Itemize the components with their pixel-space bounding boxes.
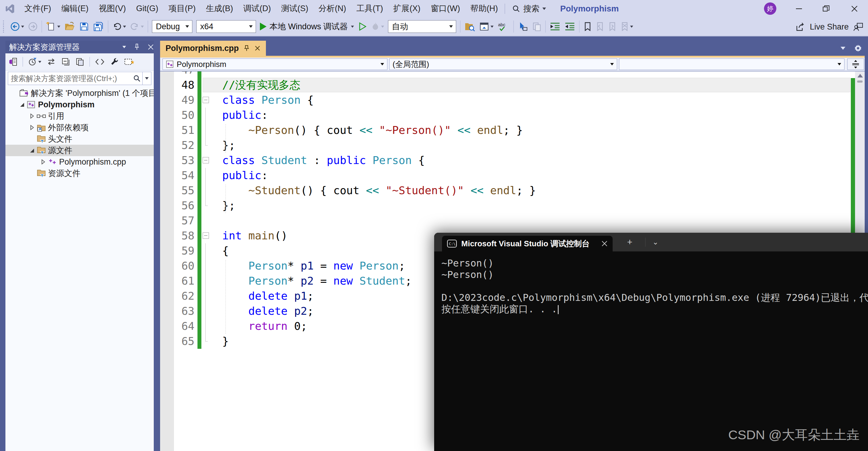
code-line-55[interactable]: 55 ~Student() { cout << "~Student()" << … [160,183,865,198]
toolbar-drag-handle[interactable] [3,21,6,33]
redo-button[interactable] [130,22,144,31]
expander-open-icon[interactable] [18,103,27,107]
solution-search[interactable]: 搜索解决方案资源管理器(Ctrl+;) [5,70,154,86]
code-line-52[interactable]: 52}; [160,138,865,153]
terminal-tab[interactable]: C:\ Microsoft Visual Studio 调试控制台 [442,236,613,251]
preview-selected-items-icon[interactable] [124,57,134,66]
pin-icon[interactable] [134,43,140,51]
document-tab[interactable]: Polymorphism.cpp [160,41,266,56]
pending-changes-filter-icon[interactable] [28,57,41,66]
increase-indent-button[interactable] [564,22,575,31]
find-in-files-button[interactable] [464,22,475,32]
terminal-dropdown-chevron-icon[interactable]: ⌄ [652,233,658,251]
tree-item-5[interactable]: 源文件 [5,145,154,156]
solution-explorer-header[interactable]: 解决方案资源管理器 [5,41,154,53]
expander-closed-icon[interactable] [39,159,48,165]
paste-button[interactable] [532,22,541,32]
menu-item-0[interactable]: 文件(F) [19,0,56,17]
expander-open-icon[interactable] [27,149,36,153]
close-panel-icon[interactable] [148,44,154,50]
menu-item-12[interactable]: 帮助(H) [465,0,503,17]
hot-reload-button[interactable] [371,22,384,32]
menu-item-4[interactable]: 项目(P) [163,0,201,17]
feedback-icon[interactable] [853,22,864,32]
search-dropdown-icon[interactable] [542,7,546,10]
navigate-back-button[interactable] [10,22,24,31]
live-share-label[interactable]: Live Share [810,22,849,32]
tree-item-1[interactable]: Polymorphism [5,99,154,110]
start-debugging-button[interactable]: 本地 Windows 调试器 [260,21,354,32]
tree-item-4[interactable]: 头文件 [5,133,154,145]
hot-reload-mode-select[interactable]: 自动 [388,20,456,33]
active-files-dropdown-icon[interactable] [841,47,845,50]
show-all-files-icon[interactable] [75,57,85,66]
code-line-56[interactable]: 56}; [160,198,865,213]
solution-configuration-select[interactable]: Debug [152,20,192,33]
close-button[interactable] [843,0,866,17]
undo-button[interactable] [112,22,126,31]
clear-bookmarks-button[interactable] [620,22,633,31]
scrollbar-up-arrow[interactable] [858,74,863,77]
properties-wrench-icon[interactable] [110,57,119,66]
sync-with-active-document-icon[interactable] [46,58,56,66]
tree-item-3[interactable]: 外部依赖项 [5,122,154,133]
menu-item-6[interactable]: 调试(D) [238,0,276,17]
restore-button[interactable] [815,0,838,17]
tree-item-6[interactable]: Polymorphism.cpp [5,156,154,168]
switch-views-icon[interactable] [8,57,18,66]
nav-member-select[interactable] [619,59,844,70]
tab-settings-gear-icon[interactable] [854,44,862,53]
menu-item-8[interactable]: 分析(N) [313,0,351,17]
tree-item-2[interactable]: 引用 [5,110,154,122]
navigate-forward-button[interactable] [28,22,38,31]
close-tab-icon[interactable] [254,45,260,51]
decrease-indent-button[interactable] [550,22,560,31]
debug-console-window[interactable]: C:\ Microsoft Visual Studio 调试控制台 + ⌄ ~P… [434,233,868,451]
expander-closed-icon[interactable] [27,125,36,130]
spell-check-button[interactable]: abc [497,22,509,32]
menu-item-10[interactable]: 扩展(X) [388,0,425,17]
fold-collapse-icon[interactable] [203,232,209,239]
menu-item-7[interactable]: 测试(S) [276,0,313,17]
search-icon[interactable] [133,75,141,82]
code-line-48[interactable]: 48//没有实现多态 [160,77,865,93]
menu-item-9[interactable]: 工具(T) [351,0,388,17]
save-all-button[interactable] [93,22,104,32]
close-terminal-tab-icon[interactable] [601,240,608,247]
select-element-button[interactable] [518,22,528,32]
code-line-53[interactable]: 53class Student : public Person { [160,153,865,168]
tree-item-0[interactable]: 解决方案 'Polymorphism' (1 个项目，共 [5,88,154,99]
fold-collapse-icon[interactable] [203,157,209,163]
menu-item-5[interactable]: 生成(B) [201,0,238,17]
code-line-54[interactable]: 54public: [160,168,865,183]
save-button[interactable] [79,22,89,32]
code-line-50[interactable]: 50public: [160,108,865,123]
new-terminal-tab-button[interactable]: + [627,233,632,251]
code-line-47[interactable]: 47 [160,71,865,77]
collapse-all-icon[interactable] [61,57,70,66]
minimize-button[interactable] [787,0,810,17]
menu-item-2[interactable]: 视图(V) [93,0,131,17]
tree-item-7[interactable]: 资源文件 [5,168,154,179]
solution-platform-select[interactable]: x64 [196,20,256,33]
code-line-51[interactable]: 51 ~Person() { cout << "~Person()" << en… [160,123,865,138]
split-editor-handle[interactable] [847,59,864,70]
fold-collapse-icon[interactable] [203,97,209,103]
search-options-dropdown[interactable] [143,72,151,85]
view-code-icon[interactable] [95,58,104,66]
search-box[interactable]: 搜索 [507,3,552,14]
code-line-57[interactable]: 57 [160,213,865,228]
toggle-bookmark-button[interactable] [583,22,592,31]
scrollbar-thumb[interactable] [857,80,863,83]
menu-item-11[interactable]: 窗口(W) [425,0,465,17]
user-avatar[interactable]: 婷 [764,2,776,15]
share-icon[interactable] [795,22,806,32]
nav-scope-select[interactable]: (全局范围) [389,59,617,70]
menu-item-1[interactable]: 编辑(E) [56,0,93,17]
window-position-icon[interactable] [122,46,126,48]
new-file-button[interactable] [46,22,60,32]
start-without-debugging-button[interactable] [358,22,367,31]
open-file-button[interactable] [64,22,75,32]
next-bookmark-button[interactable] [608,22,617,31]
expander-closed-icon[interactable] [27,114,36,119]
